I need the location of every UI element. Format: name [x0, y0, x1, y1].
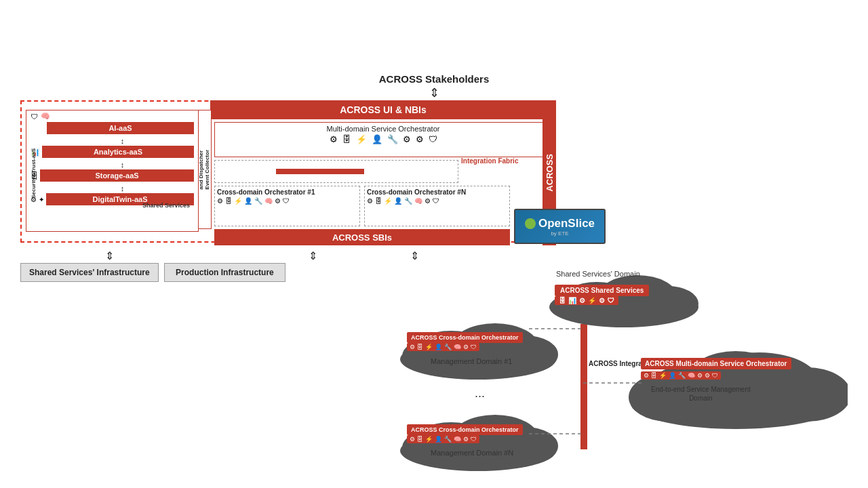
- cdon-icon-4: 👤: [394, 197, 402, 205]
- cdo1-icon-4: 👤: [244, 197, 252, 205]
- cdon-icon-2: 🗄: [375, 197, 382, 205]
- ai-arrow: ↕: [47, 137, 198, 145]
- infra-arrow-3: ⇕: [410, 249, 419, 262]
- cmn-icon-5: 🔧: [444, 436, 452, 443]
- mdso-icon-1: ⚙: [330, 134, 338, 144]
- cdon-icon-7: ⚙: [425, 197, 431, 205]
- ai-bar: AI-aaS: [47, 122, 194, 134]
- cloud-mgmt1-label: Management Domain #1: [431, 357, 512, 365]
- cdo1-icon-7: ⚙: [275, 197, 281, 205]
- cdo1-icons: ⚙ 🗄 ⚡ 👤 🔧 🧠 ⚙ 🛡: [217, 197, 357, 205]
- infra-row: Shared Services' Infrastructure Producti…: [20, 263, 285, 282]
- across-ui-label: ACROSS UI & NBIs: [340, 104, 427, 115]
- cs-icon-6: 🛡: [608, 297, 614, 304]
- integration-fabric-dashed: [214, 160, 458, 183]
- openslice-logo-circle: [525, 218, 536, 229]
- cdo1-icon-6: 🧠: [264, 197, 273, 205]
- e2e-icon-5: 🔧: [678, 372, 686, 379]
- cmn-icon-2: 🗄: [417, 436, 423, 443]
- cm1-icon-3: ⚡: [425, 344, 433, 350]
- ss-shield-icon: 🛡: [31, 113, 38, 121]
- event-collector-box: Event Collectorand Dispatcher: [198, 110, 212, 229]
- cdo1-icon-8: 🛡: [283, 197, 290, 205]
- shared-label: Shared Services: [142, 202, 190, 209]
- openslice-text: OpenSlice: [538, 217, 595, 230]
- cmn-icon-1: ⚙: [410, 436, 415, 443]
- across-vertical-text: ACROSS: [545, 154, 555, 192]
- dashed-line-mgmt1: [529, 308, 583, 349]
- cdon-box: Cross-domain Orchestrator #N ⚙ 🗄 ⚡ 👤 🔧 🧠…: [364, 186, 510, 226]
- cloud-shared-icons: 🗄 📊 ⚙ ⚡ ⚙ 🛡: [555, 296, 618, 305]
- cdo1-icon-5: 🔧: [254, 197, 262, 205]
- e2e-icon-9: 🛡: [712, 372, 718, 379]
- e2e-icon-4: 👤: [669, 372, 676, 379]
- integration-fabric-label: Integration Fabric: [461, 157, 518, 165]
- cdon-title: Cross-domain Orchestrator #N: [367, 188, 507, 196]
- mdso-icon-3: ⚡: [356, 134, 367, 144]
- mdso-icon-2: 🗄: [342, 134, 351, 144]
- openslice-sub: by ΕΤΕ: [551, 230, 568, 237]
- ss-top-icons: 🛡 🧠: [26, 110, 198, 122]
- mdso-box: Multi-domain Service Orchestrator ⚙ 🗄 ⚡ …: [214, 122, 552, 157]
- mdso-icons-row: ⚙ 🗄 ⚡ 👤 🔧 ⚙ ⚙ 🛡: [215, 133, 551, 144]
- cdon-icon-6: 🧠: [414, 197, 422, 205]
- cm1-icon-6: 🧠: [454, 344, 461, 350]
- sbis-bar: ACROSS SBIs: [214, 229, 510, 245]
- e2e-icon-3: ⚡: [659, 372, 667, 379]
- mdso-icon-8: 🛡: [429, 134, 437, 144]
- cm1-icon-7: ⚙: [463, 344, 469, 350]
- stakeholders-arrow: ⇕: [429, 85, 439, 100]
- analytics-bar: Analytics-aaS: [42, 146, 194, 158]
- ellipsis-dots: ...: [475, 386, 485, 401]
- cmn-icon-6: 🧠: [454, 436, 461, 443]
- ss-brain-icon: 🧠: [41, 112, 50, 121]
- shared-services-left-box: 🛡 🧠 AI-aaS ↕ 📊 Analytics-aaS ↕ 🗄 Storage…: [26, 110, 199, 232]
- mdso-title: Multi-domain Service Orchestrator: [215, 123, 551, 133]
- cloud-e2e-sub: End-to-end Service ManagementDomain: [651, 385, 751, 403]
- cdo1-icon-3: ⚡: [234, 197, 242, 205]
- cmn-icon-7: ⚙: [463, 436, 469, 443]
- infra-arrow-1: ⇕: [105, 249, 114, 262]
- cm1-icon-8: 🛡: [471, 344, 477, 350]
- dashed-line-mgmtn: [529, 420, 583, 447]
- analytics-row: 📊 Analytics-aaS: [31, 146, 194, 158]
- event-collector-text: Event Collectorand Dispatcher: [199, 150, 211, 190]
- cm1-icon-5: 🔧: [444, 344, 452, 350]
- cdo1-icon-2: 🗄: [225, 197, 232, 205]
- cdo1-box: Cross-domain Orchestrator #1 ⚙ 🗄 ⚡ 👤 🔧 🧠…: [214, 186, 360, 226]
- diagram: { "title": "ACROSS Architecture Diagram"…: [0, 0, 868, 488]
- cs-icon-4: ⚡: [588, 297, 596, 304]
- openslice-box: OpenSlice by ΕΤΕ: [514, 209, 606, 244]
- cloud-mgmtn-bar: ACROSS Cross-domain Orchestrator: [407, 424, 523, 435]
- cm1-icon-2: 🗄: [417, 344, 423, 350]
- cmn-icon-8: 🛡: [471, 436, 477, 443]
- prod-infra-box: Production Infrastructure: [164, 263, 285, 282]
- mdso-icon-5: 🔧: [387, 134, 398, 144]
- cloud-e2e-svg: [624, 332, 848, 434]
- cloud-mgmtn-icons: ⚙ 🗄 ⚡ 👤 🔧 🧠 ⚙ 🛡: [407, 435, 479, 443]
- infra-arrow-2: ⇕: [309, 249, 317, 262]
- cloud-mgmtn-label: Management Domain #N: [431, 449, 513, 457]
- cdo1-icon-1: ⚙: [217, 197, 223, 205]
- cm1-icon-1: ⚙: [410, 344, 415, 350]
- cdon-icon-5: 🔧: [404, 197, 412, 205]
- sec-trust-container: Security&Trust-aaS: [27, 121, 41, 226]
- sbis-label: ACROSS SBIs: [332, 232, 392, 243]
- storage-arrow: ↕: [47, 184, 198, 192]
- cmn-icon-3: ⚡: [425, 436, 433, 443]
- cloud-e2e-bar: ACROSS Multi-domain Service Orchestrator: [641, 358, 791, 369]
- storage-bar: Storage-aaS: [40, 169, 194, 182]
- dashed-line-e2e: [583, 373, 644, 393]
- across-ui-bar: ACROSS UI & NBIs: [210, 100, 556, 119]
- e2e-icon-6: 🧠: [688, 372, 695, 379]
- cdo1-title: Cross-domain Orchestrator #1: [217, 188, 357, 196]
- cloud-e2e-icons: ⚙ 🗄 ⚡ 👤 🔧 🧠 ⚙ ⚙ 🛡: [641, 371, 721, 380]
- mdso-icon-4: 👤: [372, 134, 382, 144]
- analytics-arrow: ↕: [47, 161, 198, 169]
- cs-icon-2: 📊: [568, 297, 576, 304]
- cloud-shared-bar: ACROSS Shared Services: [555, 285, 649, 296]
- cdon-icon-1: ⚙: [367, 197, 373, 205]
- shared-infra-box: Shared Services' Infrastructure: [20, 263, 159, 282]
- openslice-content: OpenSlice: [525, 217, 595, 230]
- cdon-icon-8: 🛡: [433, 197, 439, 205]
